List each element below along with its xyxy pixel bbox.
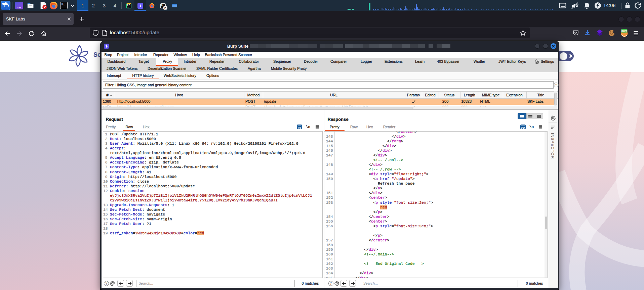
svg-text:burp: burp	[621, 30, 627, 33]
